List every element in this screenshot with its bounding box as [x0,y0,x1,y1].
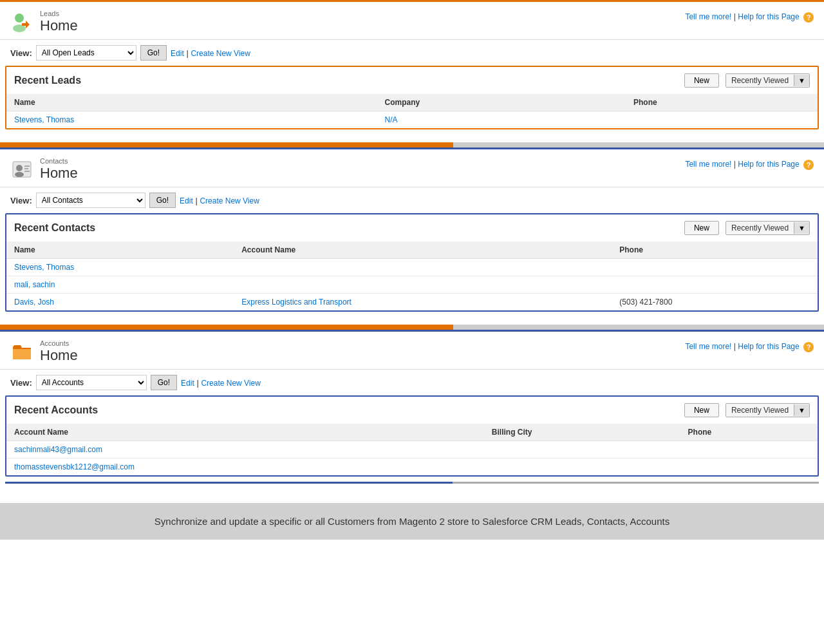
leads-view-row: View: All Open Leads All Leads My Leads … [0,40,824,66]
svg-rect-6 [24,166,30,167]
leads-row-company: N/A [377,111,626,129]
leads-table-header-row: Name Company Phone [6,94,818,111]
accounts-panel-header: Recent Accounts New Recently Viewed ▼ [6,397,818,424]
accounts-name-link-2[interactable]: thomasstevensbk1212@gmail.com [14,462,135,471]
footer: Synchronize and update a specific or all… [0,503,824,540]
leads-title-block: Leads Home [10,10,78,34]
accounts-app-title: Home [40,347,78,364]
contacts-subtitle: Contacts [40,157,78,165]
accounts-help: Tell me more! | Help for this Page ? [685,339,814,352]
leads-go-button[interactable]: Go! [140,45,167,61]
leads-name-link[interactable]: Stevens, Thomas [14,115,74,124]
accounts-help-icon: ? [803,342,814,352]
contacts-accounts-divider [0,325,824,330]
leads-recently-viewed: Recently Viewed ▼ [726,73,810,88]
leads-section: Leads Home Tell me more! | Help for this… [0,0,824,142]
contacts-section: Contacts Home Tell me more! | Help for t… [0,147,824,325]
accounts-tell-me-more[interactable]: Tell me more! [685,342,731,351]
svg-rect-8 [24,171,30,172]
contacts-edit-link[interactable]: Edit [180,196,193,205]
accounts-col-city: Billing City [484,424,680,441]
contacts-row-phone-3: (503) 421-7800 [612,294,818,311]
accounts-edit-link[interactable]: Edit [181,379,194,388]
accounts-go-button[interactable]: Go! [151,375,177,390]
contacts-app-title: Home [40,165,78,182]
accounts-create-new-view-link[interactable]: Create New View [201,379,260,388]
contacts-view-select[interactable]: All Contacts My Contacts Recently Viewed… [36,193,145,208]
leads-panel-header: Recent Leads New Recently Viewed ▼ [6,67,818,94]
accounts-table-header-row: Account Name Billing City Phone [6,424,818,441]
contacts-row-name: Stevens, Thomas [6,259,234,276]
contacts-table-head: Name Account Name Phone [6,242,818,259]
accounts-new-button[interactable]: New [684,403,719,417]
leads-company-link[interactable]: N/A [385,115,398,124]
leads-view-select[interactable]: All Open Leads All Leads My Leads Recent… [36,45,136,61]
accounts-view-select[interactable]: All Accounts My Accounts Recently Viewed… [36,375,147,390]
footer-text: Synchronize and update a specific or all… [154,516,670,527]
contacts-name-link-1[interactable]: Stevens, Thomas [14,263,74,272]
contacts-title-text: Contacts Home [40,157,78,182]
leads-edit-link[interactable]: Edit [171,49,184,58]
contacts-view-links: Edit | Create New View [180,196,259,205]
accounts-help-page[interactable]: Help for this Page [738,342,799,351]
leads-title-text: Leads Home [40,10,78,34]
leads-new-button[interactable]: New [684,73,719,88]
leads-recent-panel: Recent Leads New Recently Viewed ▼ Name … [5,66,819,129]
accounts-section: Accounts Home Tell me more! | Help for t… [0,330,824,497]
contacts-go-button[interactable]: Go! [149,193,176,208]
leads-col-company: Company [377,94,626,111]
table-row: thomasstevensbk1212@gmail.com [6,459,818,476]
contacts-view-label: View: [10,196,32,205]
leads-recently-viewed-label: Recently Viewed [726,74,794,87]
leads-table-body: Stevens, Thomas N/A [6,111,818,129]
contacts-account-link-3[interactable]: Express Logistics and Transport [241,298,351,307]
leads-app-header: Leads Home Tell me more! | Help for this… [0,2,824,40]
accounts-recently-viewed-dropdown[interactable]: ▼ [794,404,809,416]
contacts-recently-viewed: Recently Viewed ▼ [726,221,810,235]
accounts-row-name-1: sachinmali43@gmail.com [6,441,484,459]
contacts-col-account: Account Name [234,242,612,259]
accounts-view-label: View: [10,378,32,388]
accounts-col-name: Account Name [6,424,484,441]
contacts-title-block: Contacts Home [10,157,78,182]
contacts-row-phone-1 [612,259,818,276]
contacts-name-link-3[interactable]: Davis, Josh [14,298,54,307]
contacts-view-row: View: All Contacts My Contacts Recently … [0,187,824,213]
leads-create-new-view-link[interactable]: Create New View [191,49,250,58]
leads-table-head: Name Company Phone [6,94,818,111]
leads-icon [10,10,33,33]
table-row: Stevens, Thomas [6,259,818,276]
contacts-new-button[interactable]: New [684,221,719,235]
contacts-icon [10,158,33,181]
leads-view-label: View: [10,48,32,58]
svg-point-5 [15,172,24,177]
contacts-table-header-row: Name Account Name Phone [6,242,818,259]
leads-recent-title: Recent Leads [14,75,81,86]
contacts-row-account-2 [234,276,612,294]
accounts-title-text: Accounts Home [40,339,78,364]
contacts-create-new-view-link[interactable]: Create New View [200,196,259,205]
contacts-app-header: Contacts Home Tell me more! | Help for t… [0,149,824,187]
contacts-help-page[interactable]: Help for this Page [738,160,799,169]
svg-point-0 [15,14,24,23]
leads-recently-viewed-dropdown[interactable]: ▼ [794,75,809,86]
accounts-row-phone-2 [680,459,818,476]
contacts-row-account-1 [234,259,612,276]
contacts-name-link-2[interactable]: mali, sachin [14,280,55,289]
accounts-name-link-1[interactable]: sachinmali43@gmail.com [14,445,102,454]
contacts-panel-controls: New Recently Viewed ▼ [684,221,810,235]
accounts-subtitle: Accounts [40,339,78,347]
contacts-help-icon: ? [803,160,814,170]
leads-table: Name Company Phone Stevens, Thomas N/A [6,94,818,128]
svg-rect-7 [24,168,28,169]
contacts-recently-viewed-dropdown[interactable]: ▼ [794,222,809,234]
leads-panel-controls: New Recently Viewed ▼ [684,73,810,88]
contacts-table: Name Account Name Phone Stevens, Thomas … [6,242,818,310]
accounts-recent-title: Recent Accounts [14,404,98,416]
contacts-tell-me-more[interactable]: Tell me more! [685,160,731,169]
leads-help-page[interactable]: Help for this Page [738,12,799,21]
contacts-recent-panel: Recent Contacts New Recently Viewed ▼ Na… [5,213,819,312]
leads-tell-me-more[interactable]: Tell me more! [685,12,731,21]
table-row: mali, sachin [6,276,818,294]
accounts-row-phone-1 [680,441,818,459]
